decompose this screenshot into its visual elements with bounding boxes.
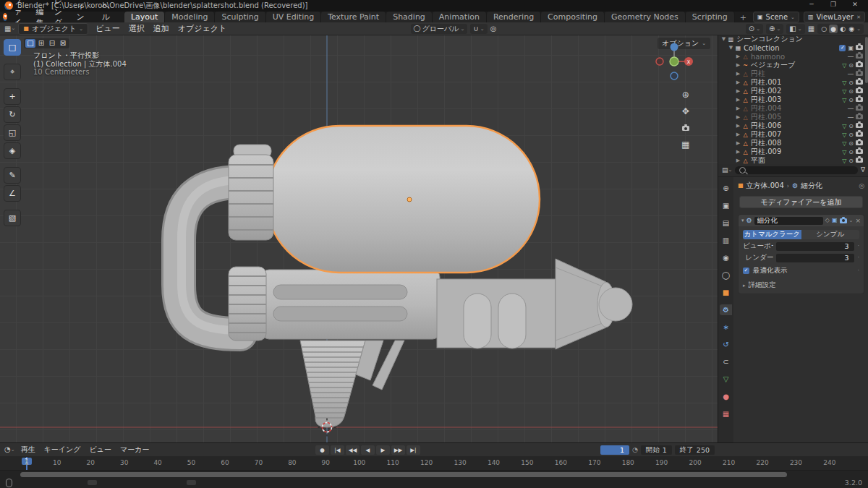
properties-tab-output[interactable]: ▤ [720,218,732,228]
viewport-menu-0[interactable]: ビュー [91,23,124,34]
viewport-levels-field[interactable]: 3 [776,242,854,251]
expand-icon[interactable]: ▶ [735,158,741,163]
expand-icon[interactable]: ▶ [735,123,741,129]
disable-render-camera-icon[interactable] [856,106,863,112]
hide-viewport-eye-icon[interactable]: ⊙ [848,80,854,86]
timeline-scrollbar-thumb[interactable] [20,472,787,477]
hide-viewport-eye-icon[interactable]: ⊙ [848,123,854,129]
object-visibility-dropdown[interactable]: ⊙ ⌄ [746,24,763,34]
properties-tab-texture[interactable]: ▦ [720,408,732,419]
view-layer-selector[interactable]: ▥ ViewLayer ✕ [804,12,865,22]
properties-tab-world[interactable]: ◯ [720,270,732,281]
animate-decorator[interactable]: · [857,243,859,249]
hidden-eye-icon[interactable]: ― [848,106,854,112]
previous-keyframe[interactable]: ◀◀ [346,445,359,455]
select-mode-0[interactable]: □ [25,39,35,48]
disable-render-camera-icon[interactable] [856,149,863,155]
timeline-menu-0[interactable]: 再生 [17,445,40,455]
expand-icon[interactable]: ▶ [735,80,741,85]
workspace-tab-8[interactable]: Compositing [541,12,605,22]
workspace-tab-4[interactable]: Texture Paint [321,12,386,22]
cursor-tool[interactable]: ⌖ [4,64,21,80]
add-cube-tool[interactable]: ▧ [4,210,21,226]
toggle-perspective-grid-icon[interactable]: ▦ [681,140,689,150]
disable-render-camera-icon[interactable] [856,45,863,51]
expand-icon[interactable]: ▼ [728,45,734,51]
outliner-item-name[interactable]: Collection [744,44,839,52]
gun-nozzle[interactable] [556,259,632,349]
overlays-dropdown[interactable]: ◧ ⌄ [786,24,804,34]
hidden-eye-icon[interactable]: ― [848,53,854,60]
gun-midsection[interactable] [437,279,556,348]
auto-key-record[interactable]: ● [315,445,329,455]
optimal-display-checkbox[interactable]: ✓ [743,267,749,274]
outliner-row[interactable]: ▼▥シーンコレクション [718,35,864,43]
properties-search-input[interactable] [735,166,858,174]
breadcrumb-modifier[interactable]: 細分化 [801,181,822,191]
transform-tool[interactable]: ◈ [4,142,21,159]
gizmos-dropdown[interactable]: ⊕ ⌄ [766,24,783,34]
expand-icon[interactable]: ▼ [720,36,727,42]
timeline-menu-3[interactable]: マーカー [116,445,153,455]
properties-tab-render[interactable]: ▣ [720,200,732,211]
outliner-row[interactable]: ▼▦Collection✓▣ [718,43,864,52]
expand-icon[interactable]: ▶ [735,97,741,103]
gun-barrel[interactable] [262,270,440,339]
hide-viewport-eye-icon[interactable]: ⊙ [848,62,854,69]
modifier-extras-icon[interactable]: ⌄ [849,218,854,223]
disable-render-camera-icon[interactable] [856,80,863,86]
pin-icon[interactable]: ◎ [859,182,864,189]
play[interactable]: ▶ [376,445,390,455]
hide-viewport-eye-icon[interactable]: ⊙ [848,88,854,95]
screen-visibility-icon[interactable]: ▣ [848,45,854,51]
disable-render-camera-icon[interactable] [856,123,863,129]
modifier-name-input[interactable] [754,217,823,225]
expand-icon[interactable]: ▶ [735,53,741,59]
annotate-tool[interactable]: ✎ [4,167,21,184]
properties-tab-material[interactable]: ● [720,391,732,402]
minimize-button[interactable]: ─ [803,1,820,11]
outliner-scrollbar[interactable] [865,37,868,83]
transform-orientation[interactable]: ◯ グローバル ⌄ [411,24,468,34]
outliner-item-name[interactable]: 円柱.005 [751,112,848,122]
outliner-row[interactable]: ▶△円柱― [718,69,864,78]
hide-viewport-eye-icon[interactable]: ⊙ [848,140,854,147]
outliner-row[interactable]: ▶△円柱.005― [718,113,864,121]
material-shading-icon[interactable]: ◐ [839,25,846,33]
tweak-select-tool[interactable]: □ [4,39,21,56]
subdivision-type-0[interactable]: カトマルクラーク [743,230,801,239]
gizmo-z-axis[interactable] [671,43,678,51]
workspace-tab-1[interactable]: Modeling [165,12,215,22]
gun-ring-block[interactable] [229,267,266,341]
properties-tab-object-data[interactable]: ▽ [720,374,732,385]
hide-viewport-eye-icon[interactable]: ⊙ [848,158,854,164]
expand-icon[interactable]: ▶ [735,114,741,120]
timeline-ruler[interactable]: 1 11020304050607080901001101201301401501… [0,457,868,471]
move-tool[interactable]: + [4,88,21,105]
properties-editor-icon[interactable]: ▤⌄ [722,167,732,174]
workspace-tab-7[interactable]: Rendering [487,12,541,22]
maximize-button[interactable]: ❐ [825,1,842,11]
disable-render-camera-icon[interactable] [856,97,863,103]
close-button[interactable]: ✕ [846,1,864,11]
add-workspace-button[interactable]: + [735,13,752,22]
properties-tab-constraints[interactable]: ⊂ [720,356,732,367]
rotate-tool[interactable]: ↻ [4,106,21,123]
select-mode-1[interactable]: ⊞ [36,39,46,48]
viewport-3d[interactable]: □⊞⊟⊠ オプション ⌄ □⌖+↻◱◈✎∠▧ フロント・平行投影 (1) Col… [0,35,718,442]
expand-icon[interactable]: ▶ [735,149,741,155]
timeline-editor-icon[interactable]: ◔⌄ [4,446,15,453]
outliner-row[interactable]: ▶△hanmono― [718,52,864,61]
select-mode-3[interactable]: ⊠ [58,39,68,48]
gun-model[interactable] [179,126,632,427]
animate-decorator[interactable]: · [857,267,859,274]
subdivision-type-1[interactable]: シンプル [801,230,860,239]
expand-icon[interactable]: ▶ [735,106,741,111]
jump-to-end[interactable]: ▶| [407,445,420,455]
hide-viewport-eye-icon[interactable]: ⊙ [848,97,854,103]
workspace-tab-3[interactable]: UV Editing [266,12,321,22]
timeline-menu-2[interactable]: ビュー [85,445,116,455]
workspace-tab-9[interactable]: Geometry Nodes [605,12,686,22]
outliner-item-name[interactable]: 円柱 [751,69,848,79]
properties-filter-icon[interactable]: ∇ [861,167,865,174]
